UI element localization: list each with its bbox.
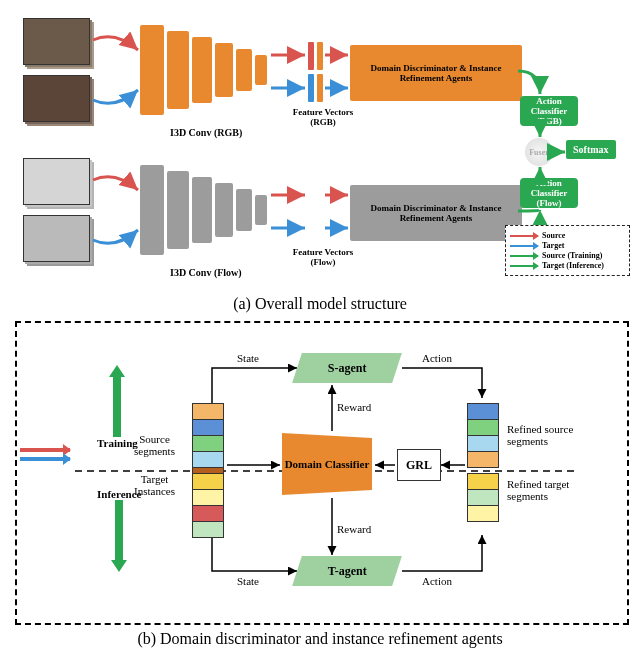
refined-source-stack [467,403,499,467]
fv-rgb-label: Feature Vectors (RGB) [283,107,363,127]
action-bot: Action [422,575,452,587]
grl-block: GRL [397,449,441,481]
fv-rgb-target-icon [317,42,323,70]
source-input-arrow-icon [20,448,70,452]
i3d-rgb-label: I3D Conv (RGB) [170,127,242,138]
target-input-arrow-icon [20,457,70,461]
action-classifier-flow: Action Classifier (Flow) [520,178,578,208]
refined-src-label: Refined source segments [507,423,597,447]
legend-source-arrow-icon [510,235,538,237]
fv-rgb-target-icon2 [317,74,323,102]
i3d-flow-label: I3D Conv (Flow) [170,267,242,278]
input-arrows [20,443,70,466]
figure-root: I3D Conv (RGB) I3D Conv (Flow) Feature V… [0,0,640,666]
legend-target: Target [542,241,564,250]
fv-rgb-source-icon [308,42,314,70]
caption-b: (b) Domain discriminator and instance re… [15,630,625,648]
caption-a: (a) Overall model structure [15,295,625,313]
panel-b-domain-agents: Training Inference Source segments Targe… [15,321,629,625]
panel-a-overall-model: I3D Conv (RGB) I3D Conv (Flow) Feature V… [15,10,625,290]
flow-target-frames [23,215,90,262]
state-top: State [237,352,259,364]
softmax-block: Softmax [566,140,616,159]
target-instances-stack [192,473,224,537]
source-segments-stack [192,403,224,483]
domain-refine-box-flow: Domain Discriminator & Instance Refineme… [350,185,522,241]
reward-top: Reward [337,401,371,413]
reward-bot: Reward [337,523,371,535]
rgb-target-frames [23,75,90,122]
i3d-flow-backbone [140,165,270,260]
legend-box: Source Target Source (Training) Target (… [505,225,630,276]
s-agent: S-agent [292,353,402,383]
legend-target-arrow-icon [510,245,538,247]
domain-classifier: Domain Classifier [282,433,372,495]
legend-tgt-inf-arrow-icon [510,265,538,267]
legend-src-train: Source (Training) [542,251,602,260]
i3d-rgb-backbone [140,25,270,120]
rgb-source-frames [23,18,90,65]
action-top: Action [422,352,452,364]
fv-flow-label: Feature Vectors (Flow) [283,247,363,267]
domain-refine-box-rgb: Domain Discriminator & Instance Refineme… [350,45,522,101]
refined-tgt-label: Refined target segments [507,478,597,502]
fuser-node: Fuser [525,138,553,166]
fv-rgb-source-icon2 [308,74,314,102]
legend-source: Source [542,231,565,240]
flow-source-frames [23,158,90,205]
t-agent: T-agent [292,556,402,586]
state-bot: State [237,575,259,587]
legend-tgt-inf: Target (Inference) [542,261,604,270]
refined-target-stack [467,473,499,521]
legend-src-train-arrow-icon [510,255,538,257]
action-classifier-rgb: Action Classifier (RGB) [520,96,578,126]
